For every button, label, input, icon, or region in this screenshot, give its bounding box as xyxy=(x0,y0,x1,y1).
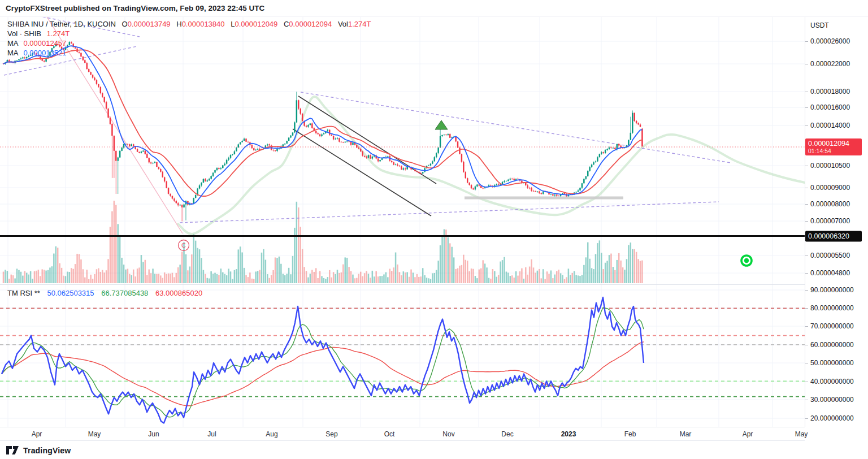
price-axis-label: 0.000005500 xyxy=(810,252,850,259)
legend-ohlc-row: SHIBA INU / Tether, 1D, KUCOIN O0.000013… xyxy=(7,19,371,29)
rsi-axis-label: 40.000000000 xyxy=(810,378,854,386)
footer-bar: TradingView xyxy=(0,441,868,459)
event-circle-letter: C xyxy=(181,242,186,249)
price-axis-label: 0.000026000 xyxy=(810,37,850,45)
low-value: 0.000012049 xyxy=(235,20,277,28)
time-axis-label: May xyxy=(795,427,808,441)
bar-countdown: 01:14:54 xyxy=(808,148,859,154)
descending-channel-line[interactable] xyxy=(293,129,431,216)
last-price-value: 0.000012094 xyxy=(808,140,859,148)
price-axis-label: 0.000010500 xyxy=(810,162,850,170)
rsi-pane xyxy=(0,297,805,423)
time-axis-label: 2023 xyxy=(561,427,576,441)
time-axis-label: Mar xyxy=(680,427,692,441)
price-axis-label: 0.000007000 xyxy=(810,217,850,225)
rsi-green-value: 66.737085438 xyxy=(101,289,148,297)
legend-ma-blue-row: MA 0.000013521 xyxy=(7,48,371,58)
time-axis-label: May xyxy=(88,427,101,441)
dashed-trendline[interactable] xyxy=(301,92,731,163)
high-value: 0.000013840 xyxy=(182,20,225,28)
time-axis-label: Dec xyxy=(501,427,513,441)
time-axis-label: Nov xyxy=(442,427,454,441)
open-value: 0.000013749 xyxy=(128,20,171,28)
time-axis-label: Aug xyxy=(266,427,277,441)
price-axis-label: 0.000016000 xyxy=(810,103,850,111)
symbol-legend: SHIBA INU / Tether, 1D, KUCOIN O0.000013… xyxy=(7,19,371,58)
ma-red-value: 0.000012457 xyxy=(23,39,66,47)
price-axis-label: 0.000008000 xyxy=(810,200,850,208)
green-target-marker-dot xyxy=(744,258,749,263)
volume-indicator-value: 1.274T xyxy=(47,29,70,38)
rsi-red-line xyxy=(2,342,644,406)
rsi-axis-label: 80.000000000 xyxy=(810,304,854,312)
symbol-title: SHIBA INU / Tether, 1D, KUCOIN xyxy=(7,20,116,28)
tradingview-logo-icon[interactable] xyxy=(6,445,19,455)
rsi-blue-line xyxy=(2,297,644,423)
time-axis-label: Jun xyxy=(148,427,159,441)
rsi-axis-label: 60.000000000 xyxy=(810,341,854,349)
rsi-axis-label: 50.000000000 xyxy=(810,359,854,367)
rsi-red-value: 63.000865020 xyxy=(155,289,202,297)
buy-arrow-marker[interactable] xyxy=(435,120,448,129)
legend-ma-red-row: MA 0.000012457 xyxy=(7,38,371,48)
price-axis-label: 0.000022000 xyxy=(810,60,850,68)
time-axis-label: Feb xyxy=(624,427,636,441)
black-line-price-tag: 0.000006320 xyxy=(805,231,862,242)
time-axis-label: Oct xyxy=(384,427,395,441)
rsi-indicator-title: TM RSI ** xyxy=(7,289,40,297)
tradingview-screenshot: CryptoFXStreet published on TradingView.… xyxy=(0,0,868,459)
price-axis-label: 0.000004800 xyxy=(810,269,850,277)
time-axis-label: Apr xyxy=(32,427,42,441)
time-axis-label: Sep xyxy=(326,427,337,441)
ma-slow-line xyxy=(3,50,642,196)
rsi-axis-label: 90.000000000 xyxy=(810,286,854,294)
chart-canvas[interactable]: C xyxy=(0,0,805,441)
ma-blue-value: 0.000013521 xyxy=(23,49,66,57)
rsi-indicator-legend: TM RSI ** 50.062503315 66.737085438 63.0… xyxy=(7,289,207,297)
rsi-axis-label: 20.000000000 xyxy=(810,414,854,422)
time-axis-label: Apr xyxy=(743,427,753,441)
axis-currency-label: USDT xyxy=(810,21,829,29)
rsi-axis-label: 30.000000000 xyxy=(810,396,854,404)
price-axis-label: 0.000014000 xyxy=(810,122,850,129)
price-axis-label: 0.000018000 xyxy=(810,88,850,96)
rsi-axis-label: 70.000000000 xyxy=(810,322,854,330)
rsi-blue-value: 50.062503315 xyxy=(47,289,94,297)
candles-layer xyxy=(3,41,643,221)
price-axis-label: 0.000009000 xyxy=(810,184,850,192)
price-axis[interactable]: USDT 0.000012094 01:14:54 0.000006320 0.… xyxy=(805,17,868,427)
time-axis-label: Jul xyxy=(207,427,216,441)
last-price-tag: 0.000012094 01:14:54 xyxy=(805,138,862,155)
close-value: 0.000012094 xyxy=(289,20,332,28)
legend-volume-row: Vol · SHIB 1.274T xyxy=(7,29,371,38)
tradingview-brand-link[interactable]: TradingView xyxy=(23,446,71,455)
time-axis[interactable]: AprMayJunJulAugSepOctNovDec2023FebMarApr… xyxy=(0,427,805,441)
gridlines xyxy=(0,17,805,427)
volume-value: 1.274T xyxy=(348,20,371,28)
dashed-trendline[interactable] xyxy=(180,202,719,223)
volume-bars xyxy=(3,201,643,283)
ma-fast-line xyxy=(3,46,642,204)
rsi-green-line xyxy=(2,308,644,417)
